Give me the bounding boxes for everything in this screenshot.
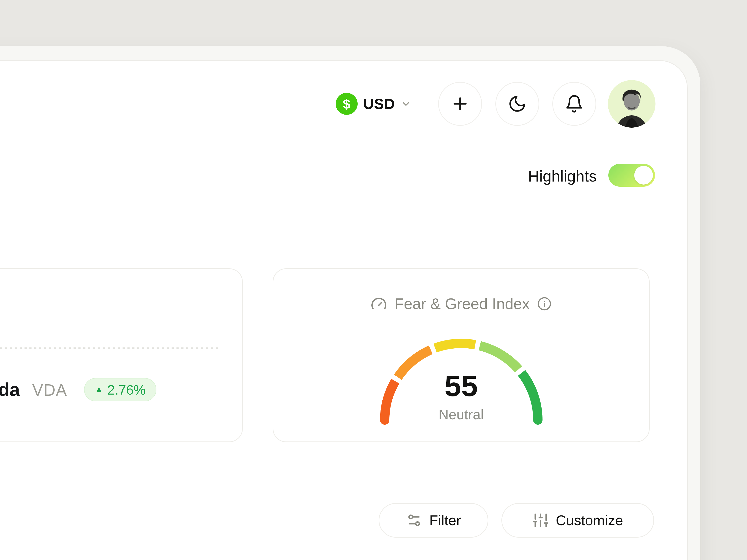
- filter-label: Filter: [429, 512, 461, 529]
- info-icon[interactable]: [537, 297, 551, 311]
- customize-icon: [533, 512, 549, 529]
- dashed-divider: [0, 347, 218, 349]
- moon-icon: [508, 94, 527, 113]
- user-avatar[interactable]: [608, 80, 655, 128]
- fear-greed-value: 55: [273, 369, 650, 403]
- customize-button[interactable]: Customize: [501, 503, 654, 538]
- filter-button[interactable]: Filter: [379, 503, 488, 538]
- asset-name-fragment: da: [0, 379, 20, 400]
- change-badge: ▲ 2.76%: [84, 378, 156, 401]
- fear-greed-classification: Neutral: [273, 406, 650, 423]
- up-arrow-icon: ▲: [95, 384, 103, 394]
- highlights-toggle[interactable]: [608, 164, 655, 187]
- notifications-button[interactable]: [552, 82, 596, 126]
- gauge-icon: [371, 296, 387, 312]
- change-percent: 2.76%: [107, 382, 146, 398]
- theme-toggle-button[interactable]: [495, 82, 539, 126]
- highlights-label: Highlights: [467, 167, 597, 185]
- avatar-image: [608, 80, 655, 128]
- plus-icon: [450, 94, 470, 114]
- dollar-symbol: $: [343, 96, 351, 112]
- asset-card: [0, 268, 243, 442]
- chevron-down-icon: [401, 99, 411, 109]
- fear-greed-header: Fear & Greed Index: [273, 292, 650, 316]
- dollar-coin-icon: $: [336, 93, 358, 115]
- currency-code: USD: [363, 96, 395, 112]
- header-divider: [0, 229, 688, 229]
- bell-icon: [565, 94, 584, 113]
- toggle-knob: [634, 166, 653, 185]
- currency-selector[interactable]: $ USD: [336, 91, 411, 116]
- asset-ticker: VDA: [32, 381, 67, 399]
- fear-greed-title: Fear & Greed Index: [394, 295, 530, 313]
- customize-label: Customize: [556, 512, 623, 529]
- add-button[interactable]: [438, 82, 482, 126]
- filter-icon: [406, 512, 422, 529]
